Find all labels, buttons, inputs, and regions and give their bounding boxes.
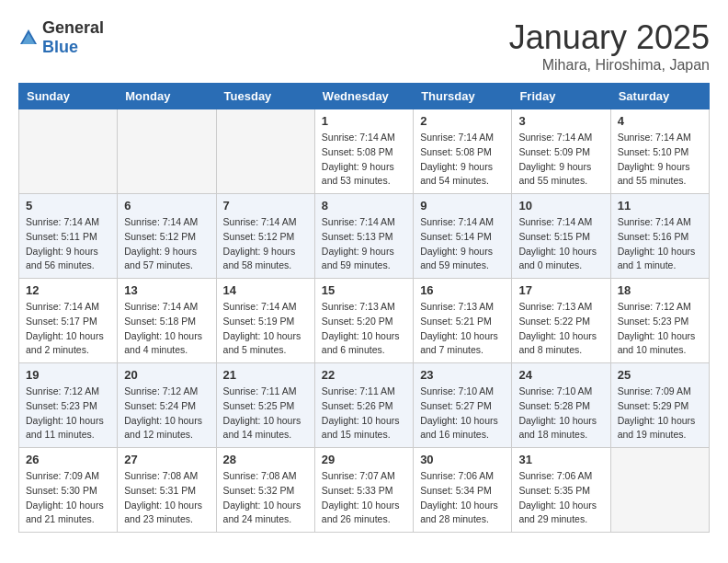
- calendar-cell: [610, 448, 709, 533]
- calendar-week-row: 12Sunrise: 7:14 AM Sunset: 5:17 PM Dayli…: [19, 279, 710, 363]
- day-number: 12: [26, 283, 110, 297]
- day-info: Sunrise: 7:14 AM Sunset: 5:16 PM Dayligh…: [618, 215, 702, 273]
- weekday-header-saturday: Saturday: [610, 84, 709, 109]
- logo: General Blue: [18, 18, 104, 57]
- day-info: Sunrise: 7:09 AM Sunset: 5:29 PM Dayligh…: [618, 385, 702, 442]
- day-number: 31: [518, 453, 603, 466]
- day-info: Sunrise: 7:14 AM Sunset: 5:18 PM Dayligh…: [124, 300, 209, 358]
- weekday-header-wednesday: Wednesday: [314, 84, 413, 109]
- day-info: Sunrise: 7:14 AM Sunset: 5:10 PM Dayligh…: [618, 131, 702, 189]
- day-number: 5: [26, 199, 110, 213]
- calendar-cell: 24Sunrise: 7:10 AM Sunset: 5:28 PM Dayli…: [512, 363, 610, 448]
- calendar-cell: 13Sunrise: 7:14 AM Sunset: 5:18 PM Dayli…: [118, 279, 216, 363]
- calendar-cell: 21Sunrise: 7:11 AM Sunset: 5:25 PM Dayli…: [216, 363, 314, 448]
- calendar-cell: 3Sunrise: 7:14 AM Sunset: 5:09 PM Daylig…: [512, 109, 610, 194]
- day-number: 15: [322, 283, 406, 297]
- calendar-cell: 10Sunrise: 7:14 AM Sunset: 5:15 PM Dayli…: [512, 194, 610, 279]
- weekday-header-row: SundayMondayTuesdayWednesdayThursdayFrid…: [19, 84, 710, 109]
- calendar-cell: 7Sunrise: 7:14 AM Sunset: 5:12 PM Daylig…: [216, 194, 314, 279]
- calendar-cell: 22Sunrise: 7:11 AM Sunset: 5:26 PM Dayli…: [314, 363, 413, 448]
- location-title: Mihara, Hiroshima, Japan: [509, 57, 710, 74]
- day-number: 2: [420, 114, 505, 128]
- day-number: 6: [124, 199, 209, 213]
- calendar-week-row: 26Sunrise: 7:09 AM Sunset: 5:30 PM Dayli…: [19, 448, 710, 533]
- day-info: Sunrise: 7:08 AM Sunset: 5:32 PM Dayligh…: [223, 469, 308, 527]
- day-number: 10: [518, 199, 603, 213]
- day-info: Sunrise: 7:11 AM Sunset: 5:25 PM Dayligh…: [223, 385, 308, 442]
- logo-blue: Blue: [42, 38, 78, 56]
- calendar-cell: 31Sunrise: 7:06 AM Sunset: 5:35 PM Dayli…: [512, 448, 610, 533]
- day-info: Sunrise: 7:11 AM Sunset: 5:26 PM Dayligh…: [322, 385, 406, 442]
- day-number: 22: [322, 368, 406, 382]
- title-area: January 2025 Mihara, Hiroshima, Japan: [509, 18, 710, 74]
- day-number: 7: [223, 199, 308, 213]
- calendar-week-row: 19Sunrise: 7:12 AM Sunset: 5:23 PM Dayli…: [19, 363, 710, 448]
- day-info: Sunrise: 7:09 AM Sunset: 5:30 PM Dayligh…: [26, 469, 110, 527]
- calendar-cell: [216, 109, 314, 194]
- header: General Blue January 2025 Mihara, Hirosh…: [18, 18, 710, 74]
- calendar-cell: 30Sunrise: 7:06 AM Sunset: 5:34 PM Dayli…: [414, 448, 512, 533]
- calendar-cell: 19Sunrise: 7:12 AM Sunset: 5:23 PM Dayli…: [19, 363, 118, 448]
- day-info: Sunrise: 7:07 AM Sunset: 5:33 PM Dayligh…: [322, 469, 406, 527]
- calendar-cell: 28Sunrise: 7:08 AM Sunset: 5:32 PM Dayli…: [216, 448, 314, 533]
- day-info: Sunrise: 7:13 AM Sunset: 5:21 PM Dayligh…: [420, 300, 505, 358]
- day-number: 19: [26, 368, 110, 382]
- day-number: 14: [223, 283, 308, 297]
- calendar-cell: 12Sunrise: 7:14 AM Sunset: 5:17 PM Dayli…: [19, 279, 118, 363]
- day-info: Sunrise: 7:12 AM Sunset: 5:24 PM Dayligh…: [124, 385, 209, 442]
- day-info: Sunrise: 7:14 AM Sunset: 5:09 PM Dayligh…: [518, 131, 603, 189]
- day-info: Sunrise: 7:14 AM Sunset: 5:14 PM Dayligh…: [420, 215, 505, 273]
- day-number: 4: [618, 114, 702, 128]
- weekday-header-sunday: Sunday: [19, 84, 118, 109]
- day-info: Sunrise: 7:13 AM Sunset: 5:22 PM Dayligh…: [518, 300, 603, 358]
- calendar-cell: 15Sunrise: 7:13 AM Sunset: 5:20 PM Dayli…: [314, 279, 413, 363]
- day-number: 21: [223, 368, 308, 382]
- day-number: 26: [26, 453, 110, 466]
- calendar-cell: 18Sunrise: 7:12 AM Sunset: 5:23 PM Dayli…: [610, 279, 709, 363]
- calendar-cell: 17Sunrise: 7:13 AM Sunset: 5:22 PM Dayli…: [512, 279, 610, 363]
- calendar-cell: 9Sunrise: 7:14 AM Sunset: 5:14 PM Daylig…: [414, 194, 512, 279]
- day-info: Sunrise: 7:10 AM Sunset: 5:28 PM Dayligh…: [518, 385, 603, 442]
- day-number: 28: [223, 453, 308, 466]
- day-info: Sunrise: 7:06 AM Sunset: 5:34 PM Dayligh…: [420, 469, 505, 527]
- calendar-cell: 2Sunrise: 7:14 AM Sunset: 5:08 PM Daylig…: [414, 109, 512, 194]
- logo-icon: [18, 28, 39, 48]
- calendar-cell: 25Sunrise: 7:09 AM Sunset: 5:29 PM Dayli…: [610, 363, 709, 448]
- calendar-week-row: 1Sunrise: 7:14 AM Sunset: 5:08 PM Daylig…: [19, 109, 710, 194]
- calendar-cell: [19, 109, 118, 194]
- day-info: Sunrise: 7:14 AM Sunset: 5:17 PM Dayligh…: [26, 300, 110, 358]
- day-info: Sunrise: 7:14 AM Sunset: 5:15 PM Dayligh…: [518, 215, 603, 273]
- calendar-cell: 16Sunrise: 7:13 AM Sunset: 5:21 PM Dayli…: [414, 279, 512, 363]
- day-info: Sunrise: 7:08 AM Sunset: 5:31 PM Dayligh…: [124, 469, 209, 527]
- day-number: 25: [618, 368, 702, 382]
- calendar-cell: 14Sunrise: 7:14 AM Sunset: 5:19 PM Dayli…: [216, 279, 314, 363]
- day-info: Sunrise: 7:14 AM Sunset: 5:11 PM Dayligh…: [26, 215, 110, 273]
- calendar-cell: 8Sunrise: 7:14 AM Sunset: 5:13 PM Daylig…: [314, 194, 413, 279]
- day-info: Sunrise: 7:10 AM Sunset: 5:27 PM Dayligh…: [420, 385, 505, 442]
- day-number: 29: [322, 453, 406, 466]
- day-info: Sunrise: 7:13 AM Sunset: 5:20 PM Dayligh…: [322, 300, 406, 358]
- calendar-cell: 29Sunrise: 7:07 AM Sunset: 5:33 PM Dayli…: [314, 448, 413, 533]
- weekday-header-tuesday: Tuesday: [216, 84, 314, 109]
- day-number: 1: [322, 114, 406, 128]
- day-info: Sunrise: 7:14 AM Sunset: 5:08 PM Dayligh…: [322, 131, 406, 189]
- calendar-cell: 6Sunrise: 7:14 AM Sunset: 5:12 PM Daylig…: [118, 194, 216, 279]
- month-title: January 2025: [509, 18, 710, 57]
- day-info: Sunrise: 7:06 AM Sunset: 5:35 PM Dayligh…: [518, 469, 603, 527]
- calendar-table: SundayMondayTuesdayWednesdayThursdayFrid…: [18, 83, 710, 533]
- calendar-cell: 11Sunrise: 7:14 AM Sunset: 5:16 PM Dayli…: [610, 194, 709, 279]
- weekday-header-friday: Friday: [512, 84, 610, 109]
- day-info: Sunrise: 7:14 AM Sunset: 5:12 PM Dayligh…: [223, 215, 308, 273]
- day-number: 16: [420, 283, 505, 297]
- calendar-cell: [118, 109, 216, 194]
- calendar-cell: 26Sunrise: 7:09 AM Sunset: 5:30 PM Dayli…: [19, 448, 118, 533]
- day-number: 20: [124, 368, 209, 382]
- calendar-week-row: 5Sunrise: 7:14 AM Sunset: 5:11 PM Daylig…: [19, 194, 710, 279]
- day-number: 30: [420, 453, 505, 466]
- calendar-cell: 23Sunrise: 7:10 AM Sunset: 5:27 PM Dayli…: [414, 363, 512, 448]
- calendar-cell: 5Sunrise: 7:14 AM Sunset: 5:11 PM Daylig…: [19, 194, 118, 279]
- weekday-header-thursday: Thursday: [414, 84, 512, 109]
- day-number: 23: [420, 368, 505, 382]
- weekday-header-monday: Monday: [118, 84, 216, 109]
- calendar-cell: 20Sunrise: 7:12 AM Sunset: 5:24 PM Dayli…: [118, 363, 216, 448]
